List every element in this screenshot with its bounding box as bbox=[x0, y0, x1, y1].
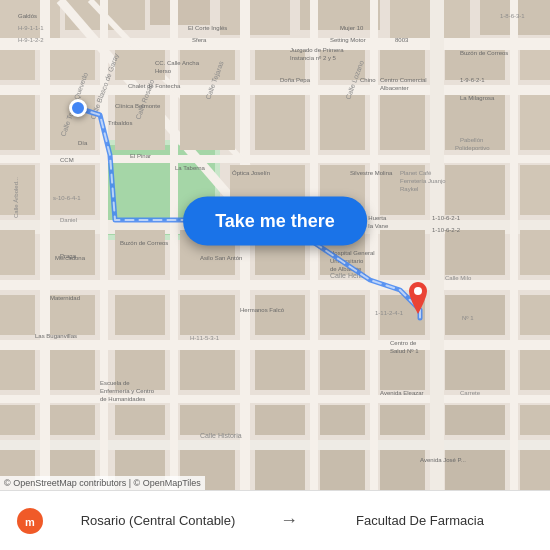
svg-rect-73 bbox=[255, 295, 305, 335]
svg-rect-41 bbox=[520, 350, 550, 390]
svg-rect-39 bbox=[520, 230, 550, 275]
svg-rect-58 bbox=[50, 165, 95, 215]
svg-rect-53 bbox=[180, 95, 235, 150]
svg-rect-76 bbox=[445, 295, 505, 335]
svg-rect-10 bbox=[0, 38, 550, 50]
svg-text:1-11-2-4-1: 1-11-2-4-1 bbox=[375, 310, 404, 316]
svg-rect-24 bbox=[430, 0, 444, 490]
svg-rect-85 bbox=[115, 405, 165, 435]
svg-text:La Milagrosa: La Milagrosa bbox=[460, 95, 495, 101]
svg-text:1-9-6-2-1: 1-9-6-2-1 bbox=[460, 77, 485, 83]
svg-text:s-10-6-4-1: s-10-6-4-1 bbox=[53, 195, 81, 201]
svg-text:Buzón de Correos: Buzón de Correos bbox=[120, 240, 168, 246]
svg-text:Polideportivo: Polideportivo bbox=[455, 145, 490, 151]
svg-rect-33 bbox=[0, 350, 35, 390]
svg-rect-28 bbox=[0, 50, 35, 80]
svg-rect-21 bbox=[240, 0, 250, 490]
svg-text:CC. Calle Ancha: CC. Calle Ancha bbox=[155, 60, 200, 66]
svg-text:El Pinar: El Pinar bbox=[130, 153, 151, 159]
svg-rect-16 bbox=[0, 395, 550, 403]
svg-rect-14 bbox=[0, 280, 550, 290]
svg-rect-22 bbox=[310, 0, 318, 490]
svg-rect-69 bbox=[445, 230, 505, 275]
svg-rect-20 bbox=[170, 0, 178, 490]
svg-rect-49 bbox=[380, 50, 425, 80]
svg-rect-36 bbox=[520, 50, 550, 80]
svg-rect-43 bbox=[520, 450, 550, 490]
svg-rect-72 bbox=[180, 295, 235, 335]
svg-text:Maternidad: Maternidad bbox=[50, 295, 80, 301]
svg-rect-96 bbox=[380, 450, 425, 490]
svg-text:Día: Día bbox=[78, 140, 88, 146]
map-attribution: © OpenStreetMap contributors | © OpenMap… bbox=[0, 476, 205, 490]
svg-rect-68 bbox=[380, 230, 425, 275]
svg-rect-62 bbox=[445, 165, 505, 215]
svg-rect-84 bbox=[50, 405, 95, 435]
svg-rect-64 bbox=[115, 230, 165, 275]
svg-text:Chalet de Fontecha: Chalet de Fontecha bbox=[128, 83, 181, 89]
svg-text:Clínica Belmonte: Clínica Belmonte bbox=[115, 103, 161, 109]
svg-rect-40 bbox=[520, 295, 550, 335]
svg-text:Praga: Praga bbox=[60, 253, 77, 259]
svg-text:1-10-6-2-2: 1-10-6-2-2 bbox=[432, 227, 461, 233]
moovit-logo-icon: m bbox=[16, 507, 44, 535]
svg-rect-79 bbox=[180, 350, 235, 390]
destination-marker bbox=[406, 282, 430, 318]
svg-rect-83 bbox=[445, 350, 505, 390]
svg-rect-82 bbox=[380, 350, 425, 390]
svg-rect-38 bbox=[520, 165, 550, 215]
svg-text:Salud Nº 1: Salud Nº 1 bbox=[390, 348, 419, 354]
svg-text:H-9-1-1-1: H-9-1-1-1 bbox=[18, 25, 44, 31]
svg-text:Albacenter: Albacenter bbox=[380, 85, 409, 91]
svg-text:Ferretería Juanjo: Ferretería Juanjo bbox=[400, 178, 446, 184]
svg-text:Juzgado de Primera: Juzgado de Primera bbox=[290, 47, 344, 53]
svg-text:H-11-5-3-1: H-11-5-3-1 bbox=[190, 335, 220, 341]
svg-text:Las Buganvillas: Las Buganvillas bbox=[35, 333, 77, 339]
svg-text:Universitario: Universitario bbox=[330, 258, 364, 264]
svg-rect-29 bbox=[0, 95, 35, 150]
svg-rect-17 bbox=[0, 440, 550, 450]
bottom-bar: m Rosario (Central Contable) → Facultad … bbox=[0, 490, 550, 550]
svg-rect-90 bbox=[445, 405, 505, 435]
svg-text:Chino: Chino bbox=[360, 77, 376, 83]
svg-text:Óptica Joselín: Óptica Joselín bbox=[232, 170, 270, 176]
svg-text:Mujer 10: Mujer 10 bbox=[340, 25, 364, 31]
svg-rect-6 bbox=[220, 0, 290, 35]
svg-rect-77 bbox=[50, 350, 95, 390]
svg-rect-86 bbox=[180, 405, 235, 435]
origin-marker bbox=[69, 99, 87, 117]
svg-text:Daniel: Daniel bbox=[60, 217, 77, 223]
svg-text:Galdós: Galdós bbox=[18, 13, 37, 19]
svg-rect-94 bbox=[255, 450, 305, 490]
svg-text:Raykel: Raykel bbox=[400, 186, 418, 192]
svg-text:Calle Árboled...: Calle Árboled... bbox=[13, 177, 19, 218]
svg-text:Centro de: Centro de bbox=[390, 340, 417, 346]
svg-text:Escuela de: Escuela de bbox=[100, 380, 130, 386]
svg-rect-70 bbox=[50, 295, 95, 335]
svg-rect-23 bbox=[370, 0, 378, 490]
svg-rect-42 bbox=[520, 405, 550, 435]
svg-text:Planet Café: Planet Café bbox=[400, 170, 432, 176]
svg-rect-71 bbox=[115, 295, 165, 335]
svg-text:8003: 8003 bbox=[395, 37, 409, 43]
svg-rect-18 bbox=[40, 0, 50, 490]
svg-rect-87 bbox=[255, 405, 305, 435]
svg-rect-5 bbox=[150, 0, 210, 25]
svg-text:Nº 1: Nº 1 bbox=[462, 315, 474, 321]
svg-rect-37 bbox=[520, 95, 550, 150]
svg-rect-54 bbox=[255, 95, 305, 150]
svg-text:Calle Hellín: Calle Hellín bbox=[330, 272, 366, 279]
svg-rect-88 bbox=[320, 405, 365, 435]
take-me-there-button[interactable]: Take me there bbox=[183, 196, 367, 245]
svg-text:Centro Comercial: Centro Comercial bbox=[380, 77, 427, 83]
svg-text:Herso: Herso bbox=[155, 68, 172, 74]
svg-text:Pabellón: Pabellón bbox=[460, 137, 483, 143]
svg-text:La Taberna: La Taberna bbox=[175, 165, 206, 171]
svg-rect-12 bbox=[0, 155, 550, 163]
route-to-label: Facultad De Farmacia bbox=[306, 513, 534, 528]
svg-text:El Corte Inglés: El Corte Inglés bbox=[188, 25, 227, 31]
svg-rect-80 bbox=[255, 350, 305, 390]
svg-point-169 bbox=[414, 287, 422, 295]
svg-text:Instancia nº 2 y 5: Instancia nº 2 y 5 bbox=[290, 55, 337, 61]
svg-rect-15 bbox=[0, 340, 550, 350]
